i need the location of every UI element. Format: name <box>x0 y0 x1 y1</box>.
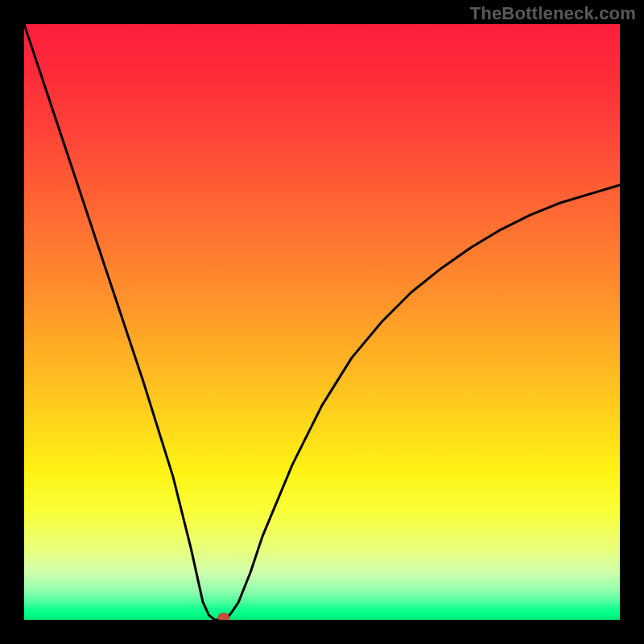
optimum-marker <box>218 613 229 621</box>
curve-layer <box>24 24 620 620</box>
bottleneck-curve <box>24 24 620 620</box>
plot-area <box>24 24 620 620</box>
watermark-text: TheBottleneck.com <box>470 3 636 24</box>
chart-frame: TheBottleneck.com <box>0 0 644 644</box>
